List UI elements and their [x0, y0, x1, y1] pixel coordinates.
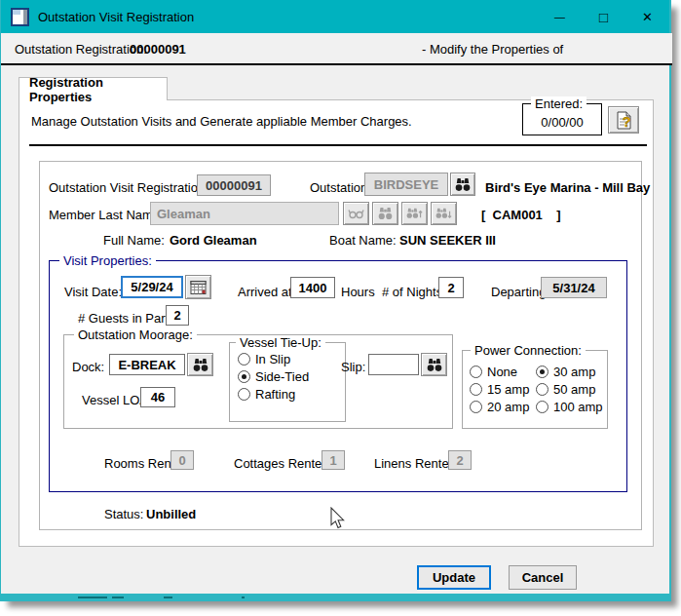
slip-search-button[interactable] [421, 353, 447, 376]
reading-glasses-icon [348, 208, 364, 219]
radio-label: 20 amp [487, 400, 529, 414]
outstation-registration-label: Outstation Registration: [15, 42, 147, 57]
linens-rented-label: Linens Rented: [374, 456, 459, 471]
cottages-rented-field: 1 [322, 450, 345, 470]
radio-label: Rafting [255, 387, 295, 402]
hours-suffix: Hours [341, 285, 375, 299]
radio-label: 15 amp [487, 382, 529, 397]
radio-icon [238, 388, 250, 401]
title-bar[interactable]: Outstation Visit Registration — □ ✕ [1, 0, 669, 33]
boat-name-label: Boat Name: [329, 233, 397, 248]
entered-value: 0/00/00 [523, 115, 601, 130]
vessel-loa-field[interactable]: 46 [140, 387, 175, 407]
maximize-button[interactable]: □ [582, 0, 625, 33]
cottages-rented-label: Cottages Rented: [234, 456, 332, 471]
member-view-button[interactable] [343, 202, 369, 225]
tab-label: Registration Properties [29, 75, 167, 104]
outstation-registration-number: 00000091 [130, 42, 186, 57]
guests-field[interactable]: 2 [166, 305, 189, 326]
form-window-icon [11, 8, 29, 26]
arrived-at-field[interactable]: 1400 [290, 277, 335, 298]
rooms-rented-field: 0 [170, 450, 194, 470]
dock-field[interactable]: E-BREAK [109, 354, 185, 375]
linens-rented-field: 2 [448, 450, 472, 470]
member-last-name-label: Member Last Name: [49, 208, 164, 222]
radio-label: 50 amp [553, 382, 595, 397]
binoculars-up-icon [406, 207, 423, 220]
update-button[interactable]: Update [417, 565, 491, 590]
outstation-name: Bird's Eye Marina - Mill Bay [485, 180, 650, 195]
binoculars-icon [378, 207, 393, 220]
radio-icon [470, 383, 482, 396]
radio-power-30amp[interactable]: 30 amp [536, 365, 595, 379]
svg-text:?: ? [623, 114, 631, 130]
radio-label: In Slip [255, 352, 290, 366]
outstation-search-button[interactable] [450, 173, 475, 196]
calendar-icon [190, 280, 207, 295]
radio-label: Side-Tied [255, 369, 309, 384]
radio-icon [536, 366, 549, 378]
help-button[interactable]: ? [608, 106, 639, 134]
registration-id-field: 00000091 [197, 174, 271, 196]
outstation-moorage-title: Outstation Moorage: [74, 327, 197, 342]
outstation-visit-registration-dialog: Outstation Visit Registration — □ ✕ Outs… [0, 0, 671, 594]
radio-side-tied[interactable]: Side-Tied [238, 369, 309, 384]
status-value: Unbilled [146, 507, 196, 521]
close-button[interactable]: ✕ [625, 0, 669, 33]
modify-properties-text: - Modify the Properties of [422, 42, 563, 57]
radio-icon [238, 353, 250, 366]
slip-label: Slip: [341, 360, 365, 374]
radio-icon [470, 366, 482, 378]
visit-date-calendar-button[interactable] [185, 275, 211, 299]
visit-date-field[interactable]: 5/29/24 [121, 276, 183, 298]
guests-label: # Guests in Party: [78, 311, 178, 326]
departing-field: 5/31/24 [541, 277, 607, 298]
member-search-button[interactable] [372, 202, 398, 225]
tab-registration-properties[interactable]: Registration Properties [19, 77, 168, 100]
radio-power-15amp[interactable]: 15 amp [470, 382, 529, 397]
radio-icon [536, 401, 549, 413]
binoculars-icon [427, 358, 442, 372]
underlying-window-edge [0, 594, 671, 601]
radio-power-50amp[interactable]: 50 amp [536, 382, 595, 397]
radio-power-20amp[interactable]: 20 amp [470, 400, 529, 414]
window-title: Outstation Visit Registration [38, 10, 194, 24]
dock-search-button[interactable] [187, 353, 213, 376]
visit-properties-title: Visit Properties: [59, 253, 156, 268]
binoculars-icon [193, 358, 208, 372]
radio-label: 100 amp [553, 400, 603, 414]
power-connection-title: Power Connection: [471, 343, 586, 358]
member-search-prev-button[interactable] [401, 202, 428, 225]
vessel-tie-up-title: Vessel Tie-Up: [236, 335, 325, 350]
entered-groupbox: Entered: 0/00/00 [522, 103, 602, 135]
binoculars-down-icon [435, 207, 452, 220]
dock-label: Dock: [72, 360, 104, 374]
entered-label: Entered: [531, 96, 586, 111]
dialog-shadow-wrap: Outstation Visit Registration — □ ✕ Outs… [0, 0, 671, 601]
member-last-name-field[interactable]: Gleaman [150, 202, 339, 225]
radio-power-none[interactable]: None [470, 365, 517, 379]
binoculars-icon [455, 177, 471, 192]
radio-power-100amp[interactable]: 100 amp [536, 400, 603, 414]
radio-icon [238, 370, 250, 383]
member-search-next-button[interactable] [431, 202, 457, 225]
member-code: [ CAM001 ] [481, 208, 561, 222]
minimize-button[interactable]: — [538, 0, 582, 33]
radio-rafting[interactable]: Rafting [238, 387, 295, 402]
visit-date-label: Visit Date: [64, 285, 122, 299]
slip-field[interactable] [368, 354, 419, 375]
full-name-value: Gord Gleaman [170, 233, 257, 248]
full-name-label: Full Name: [103, 233, 165, 248]
arrived-at-label: Arrived at: [238, 285, 295, 299]
outstation-label: Outstation: [310, 180, 371, 195]
cancel-button[interactable]: Cancel [509, 565, 577, 590]
status-label: Status: [104, 507, 143, 521]
header-strip: Outstation Registration: 00000091 - Modi… [1, 33, 672, 65]
radio-in-slip[interactable]: In Slip [238, 352, 290, 366]
registration-properties-panel: Manage Outstation Visits and Generate ap… [19, 99, 654, 547]
nights-field[interactable]: 2 [438, 277, 464, 298]
mouse-cursor [330, 507, 345, 529]
outstation-code-field[interactable]: BIRDSEYE [364, 173, 448, 196]
screen: Outstation Visit Registration — □ ✕ Outs… [0, 0, 681, 616]
radio-icon [470, 401, 482, 413]
